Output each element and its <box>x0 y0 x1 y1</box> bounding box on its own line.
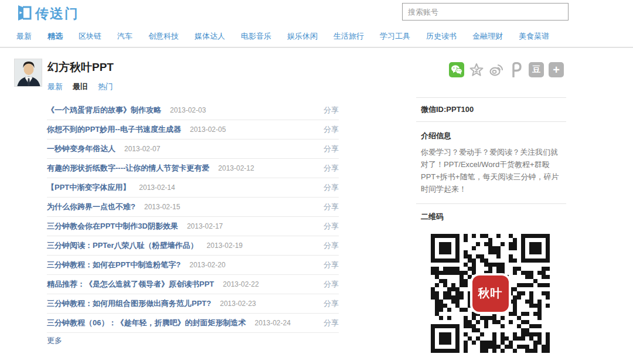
article-row: 为什么你跨界一点也不难? 2013-02-15 分享 <box>47 198 339 217</box>
nav-item-3[interactable]: 区块链 <box>79 31 101 42</box>
article-title-link[interactable]: 精品推荐：《是怎么造就了领导者》原创读书PPT <box>47 279 214 290</box>
article-title-link[interactable]: 三分钟教会你在PPT中制作3D阴影效果 <box>47 221 178 232</box>
more-link[interactable]: 更多 <box>47 335 62 346</box>
article-title-link[interactable]: 为什么你跨界一点也不难? <box>47 202 135 212</box>
article-share-link[interactable]: 分享 <box>324 202 339 212</box>
tab-1[interactable]: 最新 <box>47 81 63 92</box>
article-share-link[interactable]: 分享 <box>324 318 339 328</box>
nav-item-4[interactable]: 汽车 <box>117 31 132 42</box>
article-date: 2013-02-19 <box>207 241 243 250</box>
article-date: 2013-02-07 <box>124 145 160 153</box>
article-row: 《一个鸡蛋背后的故事》制作攻略 2013-02-03 分享 <box>47 101 339 120</box>
article-row: 有趣的形状折纸数字----让你的情人节贺卡更有爱 2013-02-12 分享 <box>47 159 339 178</box>
article-list: 《一个鸡蛋背后的故事》制作攻略 2013-02-03 分享 你想不到的PPT妙用… <box>47 101 339 333</box>
more-share-icon[interactable]: + <box>549 62 564 77</box>
article-share-link[interactable]: 分享 <box>324 182 339 193</box>
article-share-link[interactable]: 分享 <box>324 144 339 154</box>
nav-item-13[interactable]: 美食菜谱 <box>519 31 549 42</box>
article-title-link[interactable]: 三分钟阅读：PPTer八荣八耻（粉壁墙作品） <box>47 240 198 251</box>
qr-code: 秋叶 <box>431 234 550 353</box>
nav-item-8[interactable]: 娱乐休闲 <box>287 31 318 42</box>
article-share-link[interactable]: 分享 <box>324 260 339 270</box>
article-date: 2013-02-20 <box>189 261 225 269</box>
header-divider <box>0 47 633 48</box>
article-title-link[interactable]: 你想不到的PPT妙用--电子书速度生成器 <box>47 124 181 135</box>
search-input[interactable] <box>402 3 569 21</box>
pengyou-share-icon[interactable] <box>509 62 524 77</box>
article-share-link[interactable]: 分享 <box>324 163 339 174</box>
article-date: 2013-02-15 <box>144 203 180 211</box>
nav-item-5[interactable]: 创意科技 <box>148 31 179 42</box>
sidebar: 微信ID:PPT100 介绍信息 你爱学习？爱动手？爱阅读？关注我们就对了！PP… <box>416 97 566 353</box>
intro-text: 你爱学习？爱动手？爱阅读？关注我们就对了！PPT/Excel/Word干货教程+… <box>421 146 561 195</box>
nav-item-11[interactable]: 历史读书 <box>426 31 457 42</box>
account-avatar <box>14 59 42 87</box>
article-title-link[interactable]: 三分钟教程：如何在PPT中制造粉笔字? <box>47 260 181 270</box>
nav-item-9[interactable]: 生活旅行 <box>333 31 364 42</box>
intro-title: 介绍信息 <box>421 131 561 141</box>
article-row: 三分钟教会你在PPT中制作3D阴影效果 2013-02-17 分享 <box>47 217 339 236</box>
nav-item-7[interactable]: 电影音乐 <box>241 31 271 42</box>
nav-item-12[interactable]: 金融理财 <box>472 31 503 42</box>
article-title-link[interactable]: 一秒钟变身年俗达人 <box>47 144 115 154</box>
share-icons: 豆 + <box>449 62 564 77</box>
qr-title: 二维码 <box>421 212 561 222</box>
article-date: 2013-02-17 <box>187 222 223 230</box>
article-date: 2013-02-22 <box>223 280 258 288</box>
article-row: 三分钟阅读：PPTer八荣八耻（粉壁墙作品） 2013-02-19 分享 <box>47 236 339 256</box>
nav: 最新精选区块链汽车创意科技媒体达人电影音乐娱乐休闲生活旅行学习工具历史读书金融理… <box>16 31 549 42</box>
article-date: 2013-02-12 <box>218 164 254 172</box>
nav-item-2[interactable]: 精选 <box>47 31 63 42</box>
article-title-link[interactable]: 有趣的形状折纸数字----让你的情人节贺卡更有爱 <box>47 163 209 174</box>
site-logo[interactable]: 传送门 <box>16 5 79 23</box>
sidebar-divider <box>416 203 566 204</box>
wechat-id: 微信ID:PPT100 <box>416 97 566 122</box>
qzone-share-icon[interactable] <box>469 62 484 77</box>
nav-item-10[interactable]: 学习工具 <box>380 31 410 42</box>
nav-item-6[interactable]: 媒体达人 <box>195 31 225 42</box>
weibo-share-icon[interactable] <box>489 62 504 77</box>
article-date: 2013-02-24 <box>254 319 290 327</box>
article-title-link[interactable]: 三分钟教程：如何用组合图形做出商务范儿PPT? <box>47 298 211 309</box>
wechat-share-icon[interactable] <box>449 62 464 77</box>
page-title: 幻方秋叶PPT <box>47 60 114 75</box>
article-share-link[interactable]: 分享 <box>324 124 339 135</box>
article-date: 2013-02-05 <box>190 125 226 134</box>
article-share-link[interactable]: 分享 <box>324 105 339 115</box>
tab-3[interactable]: 热门 <box>98 81 113 92</box>
search-area <box>402 3 569 21</box>
article-row: 三分钟教程：如何用组合图形做出商务范儿PPT? 2013-02-23 分享 <box>47 294 339 314</box>
site-name: 传送门 <box>35 5 79 23</box>
article-row: 精品推荐：《是怎么造就了领导者》原创读书PPT 2013-02-22 分享 <box>47 275 339 294</box>
article-date: 2013-02-14 <box>139 183 175 192</box>
article-share-link[interactable]: 分享 <box>324 240 339 251</box>
article-row: 【PPT中渐变字体应用】 2013-02-14 分享 <box>47 178 339 198</box>
door-icon <box>16 5 32 23</box>
article-share-link[interactable]: 分享 <box>324 221 339 232</box>
article-share-link[interactable]: 分享 <box>324 279 339 290</box>
tab-2[interactable]: 最旧 <box>73 81 88 92</box>
article-row: 你想不到的PPT妙用--电子书速度生成器 2013-02-05 分享 <box>47 120 339 140</box>
profile-tabs: 最新最旧热门 <box>47 81 113 92</box>
article-row: 三分钟教程：如何在PPT中制造粉笔字? 2013-02-20 分享 <box>47 256 339 275</box>
article-row: 一秒钟变身年俗达人 2013-02-07 分享 <box>47 140 339 159</box>
article-date: 2013-02-03 <box>170 106 206 114</box>
article-title-link[interactable]: 三分钟教程（06）：《趁年轻，折腾吧》的封面矩形制造术 <box>47 318 246 328</box>
article-share-link[interactable]: 分享 <box>324 298 339 309</box>
douban-share-icon[interactable]: 豆 <box>529 62 544 77</box>
article-row: 三分钟教程（06）：《趁年轻，折腾吧》的封面矩形制造术 2013-02-24 分… <box>47 314 339 333</box>
nav-item-1[interactable]: 最新 <box>16 31 32 42</box>
article-date: 2013-02-23 <box>220 300 256 308</box>
qr-center-logo: 秋叶 <box>472 275 509 312</box>
article-title-link[interactable]: 【PPT中渐变字体应用】 <box>47 182 130 193</box>
article-title-link[interactable]: 《一个鸡蛋背后的故事》制作攻略 <box>47 105 161 115</box>
